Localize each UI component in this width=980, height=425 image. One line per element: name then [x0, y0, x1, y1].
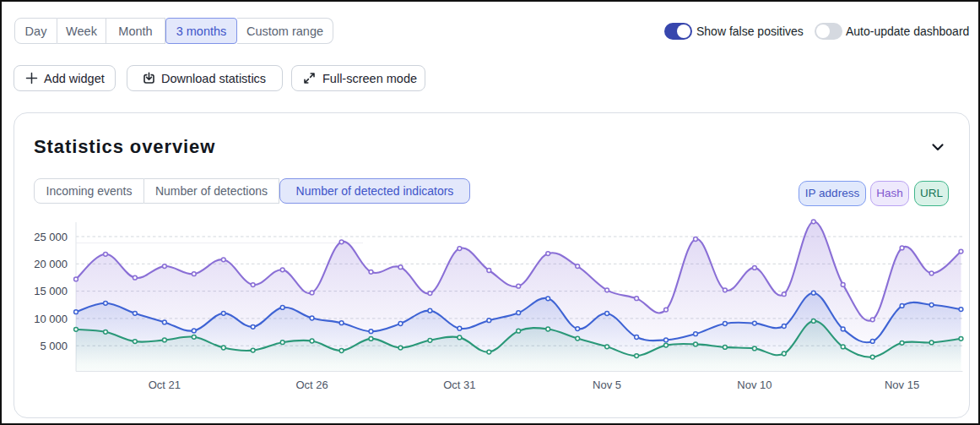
svg-text:10 000: 10 000 — [34, 313, 68, 325]
svg-text:Oct 21: Oct 21 — [149, 379, 181, 391]
svg-text:Oct 31: Oct 31 — [443, 379, 475, 391]
svg-text:Oct 26: Oct 26 — [295, 379, 328, 391]
svg-text:20 000: 20 000 — [34, 258, 68, 270]
svg-text:Nov 10: Nov 10 — [737, 379, 772, 391]
svg-text:15 000: 15 000 — [34, 285, 68, 297]
svg-text:25 000: 25 000 — [34, 231, 68, 243]
svg-text:Nov 5: Nov 5 — [593, 379, 621, 391]
svg-text:Nov 15: Nov 15 — [885, 379, 919, 391]
svg-text:5 000: 5 000 — [40, 340, 68, 352]
